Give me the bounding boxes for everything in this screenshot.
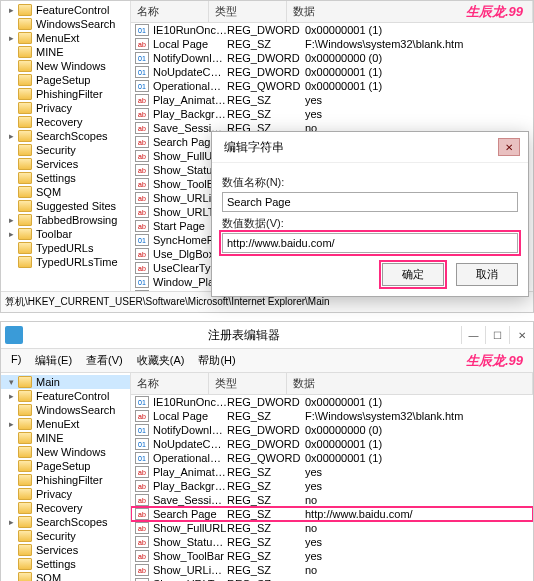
- col-name[interactable]: 名称: [131, 1, 209, 22]
- expand-icon[interactable]: [7, 560, 16, 569]
- list-row[interactable]: 01IE10RunOnceP...REG_DWORD0x00000001 (1): [131, 395, 533, 409]
- minimize-button[interactable]: —: [461, 326, 485, 344]
- tree-item[interactable]: ▸FeatureControl: [1, 389, 130, 403]
- list-row[interactable]: 01IE10RunOnceP...REG_DWORD0x00000001 (1): [131, 23, 533, 37]
- list-row[interactable]: abLocal PageREG_SZF:\Windows\system32\bl…: [131, 37, 533, 51]
- expand-icon[interactable]: [7, 76, 16, 85]
- list-row[interactable]: abShow_URLTool...REG_SZyes: [131, 577, 533, 581]
- ok-button[interactable]: 确定: [382, 263, 444, 286]
- expand-icon[interactable]: [7, 20, 16, 29]
- expand-icon[interactable]: ▸: [7, 132, 16, 141]
- expand-icon[interactable]: [7, 532, 16, 541]
- expand-icon[interactable]: [7, 244, 16, 253]
- tree-item[interactable]: ▸Toolbar: [1, 227, 130, 241]
- tree-item[interactable]: MINE: [1, 431, 130, 445]
- close-icon[interactable]: ✕: [498, 138, 520, 156]
- list-row[interactable]: abPlay_Backgrou...REG_SZyes: [131, 107, 533, 121]
- list-row[interactable]: 01OperationalDataREG_QWORD0x00000001 (1): [131, 451, 533, 465]
- expand-icon[interactable]: ▸: [7, 420, 16, 429]
- expand-icon[interactable]: [7, 504, 16, 513]
- expand-icon[interactable]: [7, 476, 16, 485]
- tree-item[interactable]: Security: [1, 143, 130, 157]
- expand-icon[interactable]: [7, 188, 16, 197]
- expand-icon[interactable]: [7, 146, 16, 155]
- list-row[interactable]: abShow_ToolBarREG_SZyes: [131, 549, 533, 563]
- tree-item[interactable]: PageSetup: [1, 73, 130, 87]
- tree-item[interactable]: Services: [1, 543, 130, 557]
- expand-icon[interactable]: [7, 104, 16, 113]
- tree-item[interactable]: MINE: [1, 45, 130, 59]
- cancel-button[interactable]: 取消: [456, 263, 518, 286]
- menu-item[interactable]: 编辑(E): [29, 351, 78, 370]
- registry-tree[interactable]: ▸FeatureControlWindowsSearch▸MenuExtMINE…: [1, 1, 131, 291]
- expand-icon[interactable]: [7, 48, 16, 57]
- tree-item[interactable]: Security: [1, 529, 130, 543]
- expand-icon[interactable]: [7, 574, 16, 582]
- list-row[interactable]: 01NoUpdateCheckREG_DWORD0x00000001 (1): [131, 65, 533, 79]
- expand-icon[interactable]: [7, 90, 16, 99]
- tree-item[interactable]: SQM: [1, 571, 130, 581]
- expand-icon[interactable]: [7, 434, 16, 443]
- registry-tree[interactable]: ▾Main▸FeatureControlWindowsSearch▸MenuEx…: [1, 373, 131, 581]
- expand-icon[interactable]: [7, 62, 16, 71]
- list-row[interactable]: abPlay_Backgrou...REG_SZyes: [131, 479, 533, 493]
- col-name[interactable]: 名称: [131, 373, 209, 394]
- list-row[interactable]: abPlay_AnimationsREG_SZyes: [131, 93, 533, 107]
- expand-icon[interactable]: [7, 118, 16, 127]
- expand-icon[interactable]: [7, 546, 16, 555]
- tree-item[interactable]: Recovery: [1, 501, 130, 515]
- col-type[interactable]: 类型: [209, 1, 287, 22]
- menu-item[interactable]: F): [5, 351, 27, 370]
- expand-icon[interactable]: [7, 258, 16, 267]
- tree-item[interactable]: Privacy: [1, 101, 130, 115]
- close-button[interactable]: ✕: [509, 326, 533, 344]
- tree-item[interactable]: SQM: [1, 185, 130, 199]
- tree-item[interactable]: Settings: [1, 171, 130, 185]
- tree-item[interactable]: PhishingFilter: [1, 87, 130, 101]
- expand-icon[interactable]: ▸: [7, 392, 16, 401]
- expand-icon[interactable]: ▸: [7, 34, 16, 43]
- expand-icon[interactable]: ▸: [7, 6, 16, 15]
- value-data-input[interactable]: [222, 233, 518, 253]
- expand-icon[interactable]: [7, 202, 16, 211]
- list-row[interactable]: abShow_URLinSt...REG_SZno: [131, 563, 533, 577]
- tree-item[interactable]: Settings: [1, 557, 130, 571]
- tree-item[interactable]: New Windows: [1, 445, 130, 459]
- list-row[interactable]: 01NoUpdateCheckREG_DWORD0x00000001 (1): [131, 437, 533, 451]
- tree-item[interactable]: TypedURLs: [1, 241, 130, 255]
- list-row[interactable]: abShow_FullURLREG_SZno: [131, 521, 533, 535]
- menu-item[interactable]: 收藏夹(A): [131, 351, 191, 370]
- menu-bar[interactable]: F)编辑(E)查看(V)收藏夹(A)帮助(H): [1, 349, 533, 373]
- tree-item[interactable]: Privacy: [1, 487, 130, 501]
- tree-item[interactable]: Recovery: [1, 115, 130, 129]
- list-row[interactable]: abShow_StatusBarREG_SZyes: [131, 535, 533, 549]
- expand-icon[interactable]: ▸: [7, 518, 16, 527]
- expand-icon[interactable]: [7, 448, 16, 457]
- menu-item[interactable]: 帮助(H): [192, 351, 241, 370]
- tree-item[interactable]: ▸MenuExt: [1, 31, 130, 45]
- tree-item[interactable]: New Windows: [1, 59, 130, 73]
- expand-icon[interactable]: ▾: [7, 378, 16, 387]
- list-row[interactable]: 01NotifyDownloa...REG_DWORD0x00000000 (0…: [131, 51, 533, 65]
- expand-icon[interactable]: [7, 462, 16, 471]
- col-type[interactable]: 类型: [209, 373, 287, 394]
- tree-item[interactable]: TypedURLsTime: [1, 255, 130, 269]
- expand-icon[interactable]: ▸: [7, 216, 16, 225]
- col-data[interactable]: 数据: [287, 373, 533, 394]
- expand-icon[interactable]: [7, 490, 16, 499]
- tree-item[interactable]: ▸MenuExt: [1, 417, 130, 431]
- expand-icon[interactable]: ▸: [7, 230, 16, 239]
- list-row[interactable]: abSave_Session_...REG_SZno: [131, 493, 533, 507]
- tree-item[interactable]: PageSetup: [1, 459, 130, 473]
- tree-item[interactable]: ▸FeatureControl: [1, 3, 130, 17]
- tree-item[interactable]: Suggested Sites: [1, 199, 130, 213]
- list-header[interactable]: 名称 类型 数据: [131, 373, 533, 395]
- expand-icon[interactable]: [7, 174, 16, 183]
- tree-item[interactable]: Services: [1, 157, 130, 171]
- list-row[interactable]: 01OperationalDataREG_QWORD0x00000001 (1): [131, 79, 533, 93]
- maximize-button[interactable]: ☐: [485, 326, 509, 344]
- tree-item[interactable]: ▸TabbedBrowsing: [1, 213, 130, 227]
- list-row[interactable]: 01NotifyDownloa...REG_DWORD0x00000000 (0…: [131, 423, 533, 437]
- list-row[interactable]: abLocal PageREG_SZF:\Windows\system32\bl…: [131, 409, 533, 423]
- expand-icon[interactable]: [7, 406, 16, 415]
